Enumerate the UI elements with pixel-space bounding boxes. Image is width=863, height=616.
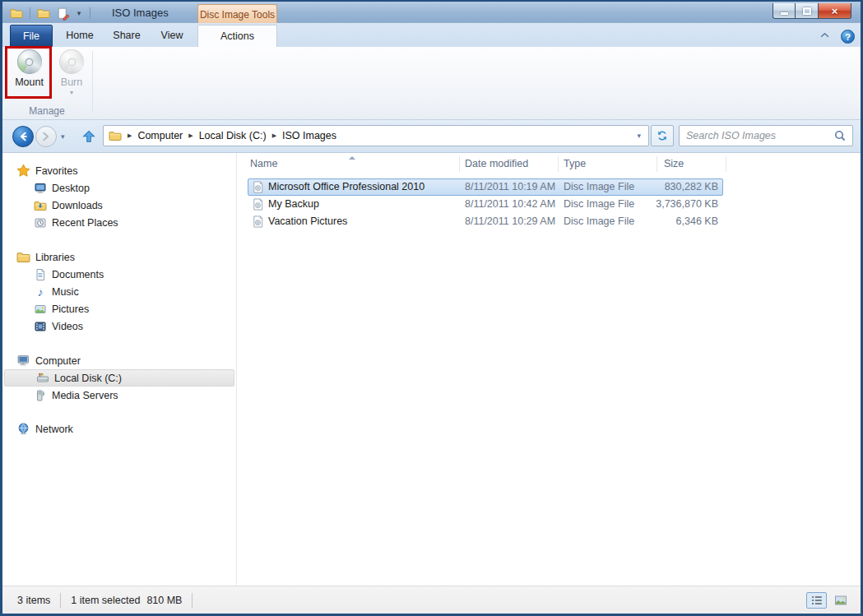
minimize-button[interactable] (773, 3, 796, 19)
sidebar-item-media-servers[interactable]: Media Servers (2, 387, 236, 404)
thumbnails-view-button[interactable] (830, 592, 851, 609)
details-view-button[interactable] (806, 592, 827, 609)
qat-properties-button[interactable] (55, 6, 70, 21)
disc-image-file-icon (252, 215, 264, 228)
sidebar-label: Media Servers (52, 390, 118, 401)
window-title: ISO Images (112, 7, 169, 19)
quick-access-toolbar: ▾ (9, 6, 92, 21)
app-icon[interactable] (9, 6, 24, 21)
items-count: 3 items (17, 595, 50, 606)
back-button[interactable] (12, 126, 34, 147)
sidebar-section-computer[interactable]: Computer (2, 352, 236, 369)
file-row[interactable]: Vacation Pictures 8/11/2011 10:29 AM Dis… (237, 213, 861, 230)
mount-disc-icon (17, 49, 42, 74)
sidebar-item-pictures[interactable]: Pictures (2, 300, 236, 317)
sidebar-section-network[interactable]: Network (2, 420, 236, 438)
sidebar-label: Network (35, 424, 73, 435)
sidebar-label: Music (52, 286, 79, 298)
sidebar-label: Pictures (52, 303, 89, 315)
close-button[interactable]: × (819, 3, 851, 19)
mount-button[interactable]: Mount (8, 49, 50, 88)
column-separator[interactable] (726, 156, 726, 172)
column-header-date-modified[interactable]: Date modified (465, 153, 528, 175)
folder-icon (109, 129, 122, 142)
sidebar-label: Favorites (35, 165, 77, 177)
search-input[interactable] (680, 130, 833, 141)
file-row-selected[interactable]: Microsoft Office Professional 2010 8/11/… (237, 178, 861, 196)
desktop-icon (34, 182, 47, 195)
qat-folder-button[interactable] (36, 6, 51, 21)
sidebar-item-documents[interactable]: Documents (2, 266, 236, 283)
breadcrumb-computer[interactable]: Computer (137, 130, 183, 141)
sidebar-item-videos[interactable]: Videos (2, 317, 236, 335)
sidebar-label: Downloads (52, 200, 103, 211)
sidebar-item-desktop[interactable]: Desktop (2, 179, 236, 197)
file-size: 830,282 KB (632, 178, 718, 196)
tab-share[interactable]: Share (104, 25, 149, 47)
selection-count: 1 item selected (71, 595, 140, 606)
column-header-name[interactable]: Name (250, 153, 277, 175)
contextual-tab-disc-image-tools[interactable]: Disc Image Tools (197, 4, 277, 25)
sidebar-item-local-disk-c[interactable]: Local Disk (C:) (4, 369, 234, 387)
sidebar-section-libraries[interactable]: Libraries (2, 248, 236, 266)
sort-ascending-icon (349, 156, 355, 160)
videos-icon (34, 320, 47, 333)
breadcrumb-iso-images[interactable]: ISO Images (282, 130, 336, 141)
selection-size: 810 MB (146, 595, 182, 606)
file-date-modified: 8/11/2011 10:19 AM (465, 178, 555, 196)
column-header-row: Name Date modified Type Size (237, 153, 861, 175)
explorer-window: ▾ ISO Images Disc Image Tools × File Hom… (0, 0, 863, 616)
forward-button[interactable] (35, 126, 57, 147)
tab-view[interactable]: View (151, 25, 193, 47)
qat-customize-dropdown[interactable]: ▾ (74, 6, 84, 21)
status-bar: 3 items 1 item selected 810 MB (2, 586, 861, 614)
tab-actions[interactable]: Actions (197, 25, 277, 47)
media-server-icon (34, 389, 47, 402)
tab-file[interactable]: File (10, 25, 53, 47)
file-row[interactable]: My Backup 8/11/2011 10:42 AM Disc Image … (237, 196, 861, 213)
thumbnails-view-icon (834, 594, 847, 607)
address-bar[interactable]: ▶ Computer ▶ Local Disk (C:) ▶ ISO Image… (103, 125, 649, 146)
burn-disc-icon (59, 49, 84, 74)
file-date-modified: 8/11/2011 10:29 AM (465, 213, 555, 230)
burn-dropdown-icon: ▾ (70, 89, 73, 96)
tab-home[interactable]: Home (57, 25, 103, 47)
sidebar-label: Documents (52, 269, 104, 280)
mount-button-label: Mount (15, 76, 44, 88)
address-dropdown-icon[interactable]: ▾ (637, 132, 641, 140)
sidebar-section-favorites[interactable]: Favorites (2, 162, 236, 179)
recent-pages-dropdown[interactable]: ▾ (61, 132, 65, 141)
burn-button[interactable]: Burn ▾ (53, 49, 90, 96)
file-name: Microsoft Office Professional 2010 (268, 178, 425, 196)
search-box (679, 125, 853, 146)
sidebar-item-music[interactable]: ♪ Music (2, 283, 236, 300)
file-name: My Backup (268, 196, 319, 213)
help-icon[interactable]: ? (841, 30, 855, 44)
column-separator[interactable] (657, 156, 657, 172)
breadcrumb-local-disk-c[interactable]: Local Disk (C:) (199, 130, 267, 141)
maximize-icon (803, 7, 811, 15)
column-header-size[interactable]: Size (664, 153, 684, 175)
search-icon[interactable] (833, 129, 847, 142)
disc-image-file-icon (252, 181, 264, 193)
downloads-icon (34, 199, 47, 212)
sidebar-label: Computer (35, 355, 81, 367)
column-separator[interactable] (459, 156, 460, 172)
navigation-pane: Favorites Desktop Downloads Recent Place… (2, 153, 236, 586)
navigation-bar: ▾ ▶ Computer ▶ Local Disk (C:) ▶ ISO Ima… (2, 120, 861, 153)
sidebar-item-recent-places[interactable]: Recent Places (2, 214, 236, 231)
sidebar-item-downloads[interactable]: Downloads (2, 197, 236, 214)
ribbon-tab-bar: File Home Share View Actions (2, 23, 861, 47)
refresh-button[interactable] (651, 125, 674, 146)
maximize-button[interactable] (796, 3, 819, 19)
file-date-modified: 8/11/2011 10:42 AM (465, 196, 555, 213)
pictures-icon (34, 303, 47, 316)
minimize-ribbon-button[interactable] (819, 30, 831, 44)
up-button[interactable] (78, 125, 100, 148)
star-icon (16, 164, 30, 178)
sidebar-label: Local Disk (C:) (54, 373, 122, 384)
column-header-type[interactable]: Type (564, 153, 586, 175)
ribbon-actions-panel (2, 47, 861, 120)
details-view-icon (810, 594, 824, 607)
column-separator[interactable] (558, 156, 559, 172)
